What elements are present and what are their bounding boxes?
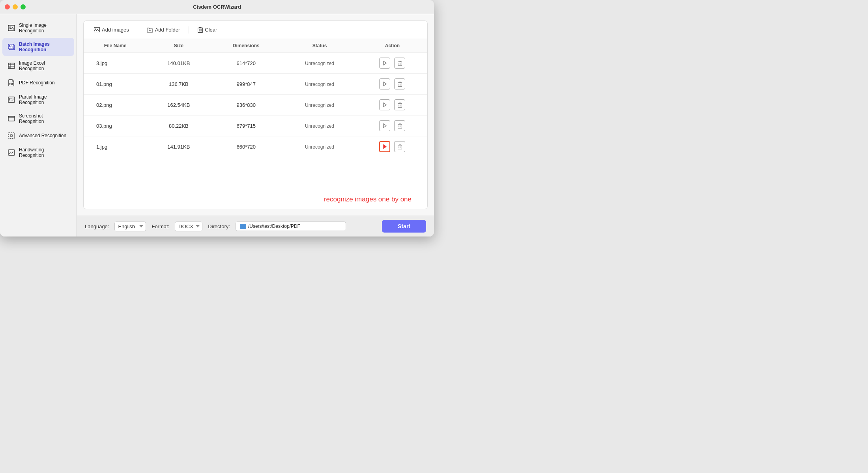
directory-label: Directory:	[208, 223, 230, 229]
delete-button[interactable]	[394, 141, 405, 152]
cell-size: 141.91KB	[147, 136, 210, 157]
image-excel-icon: X	[8, 62, 15, 69]
svg-point-1	[9, 26, 11, 28]
play-button[interactable]	[379, 58, 390, 69]
add-folder-button[interactable]: Add Folder	[143, 25, 184, 35]
directory-path: /Users/test/Desktop/PDF	[248, 223, 300, 229]
file-table: File Name Size Dimensions Status Action …	[84, 39, 427, 190]
svg-point-17	[10, 134, 13, 137]
partial-image-icon	[8, 96, 15, 103]
play-button[interactable]	[379, 120, 390, 131]
col-header-dimensions: Dimensions	[210, 39, 282, 53]
toolbar: Add images Add Folder	[84, 21, 427, 39]
folder-icon	[240, 224, 246, 229]
add-images-label: Add images	[102, 27, 129, 33]
single-image-icon	[8, 24, 15, 32]
svg-rect-0	[8, 25, 15, 31]
sidebar-label-image-excel: Image Excel Recognition	[19, 60, 69, 71]
svg-point-14	[9, 117, 9, 117]
pdf-icon: PDF	[8, 79, 15, 86]
sidebar-item-pdf[interactable]: PDF PDF Recognition	[2, 76, 74, 90]
cell-action	[357, 95, 427, 115]
table-row: 3.jpg140.01KB614*720Unrecognized	[84, 53, 427, 74]
col-header-filename: File Name	[84, 39, 147, 53]
cell-filename: 3.jpg	[84, 53, 147, 74]
delete-button[interactable]	[394, 120, 405, 131]
main-content: Add images Add Folder	[77, 14, 434, 236]
cell-filename: 02.png	[84, 95, 147, 115]
svg-point-20	[95, 28, 97, 30]
cell-status: Unrecognized	[282, 74, 357, 95]
cell-status: Unrecognized	[282, 95, 357, 115]
cell-size: 140.01KB	[147, 53, 210, 74]
minimize-button[interactable]	[13, 4, 18, 9]
toolbar-separator-2	[189, 26, 189, 34]
format-label: Format:	[152, 223, 169, 229]
cell-filename: 1.jpg	[84, 136, 147, 157]
col-header-status: Status	[282, 39, 357, 53]
sidebar-item-screenshot[interactable]: Screenshot Recognition	[2, 110, 74, 128]
screenshot-icon	[8, 115, 15, 122]
delete-button[interactable]	[394, 78, 405, 89]
sidebar-label-single-image: Single Image Recognition	[19, 22, 69, 34]
start-button[interactable]: Start	[382, 220, 426, 233]
cell-status: Unrecognized	[282, 136, 357, 157]
sidebar-label-batch-images: Batch Images Recognition	[19, 41, 69, 52]
cell-filename: 03.png	[84, 115, 147, 136]
svg-rect-16	[8, 133, 15, 138]
add-folder-label: Add Folder	[155, 27, 180, 33]
toolbar-separator-1	[138, 26, 138, 34]
svg-point-15	[10, 117, 11, 117]
clear-label: Clear	[205, 27, 217, 33]
bottom-bar: Language: English Chinese French Format:…	[77, 216, 434, 236]
table-row: 01.png136.7KB999*847Unrecognized	[84, 74, 427, 95]
sidebar-item-single-image[interactable]: Single Image Recognition	[2, 19, 74, 37]
sidebar-item-advanced[interactable]: Advanced Recognition	[2, 128, 74, 143]
window-title: Cisdem OCRWizard	[193, 4, 241, 10]
cell-status: Unrecognized	[282, 53, 357, 74]
svg-text:X: X	[9, 66, 11, 69]
title-bar: Cisdem OCRWizard	[0, 0, 434, 14]
sidebar-item-image-excel[interactable]: X Image Excel Recognition	[2, 57, 74, 75]
cell-size: 80.22KB	[147, 115, 210, 136]
maximize-button[interactable]	[21, 4, 26, 9]
cell-action	[357, 74, 427, 95]
window-controls	[5, 4, 26, 9]
table-row: 1.jpg141.91KB660*720Unrecognized	[84, 136, 427, 157]
svg-text:PDF: PDF	[9, 83, 14, 85]
play-button[interactable]	[379, 141, 390, 152]
cell-action	[357, 115, 427, 136]
clear-button[interactable]: Clear	[194, 25, 221, 35]
delete-button[interactable]	[394, 58, 405, 69]
cell-dimensions: 614*720	[210, 53, 282, 74]
sidebar: Single Image Recognition Batch Images Re…	[0, 14, 77, 236]
sidebar-label-partial-image: Partial Image Recognition	[19, 94, 69, 105]
cell-filename: 01.png	[84, 74, 147, 95]
sidebar-item-partial-image[interactable]: Partial Image Recognition	[2, 91, 74, 109]
sidebar-item-batch-images[interactable]: Batch Images Recognition	[2, 38, 74, 56]
close-button[interactable]	[5, 4, 10, 9]
sidebar-label-handwriting: Handwriting Recognition	[19, 147, 69, 158]
sidebar-item-handwriting[interactable]: Handwriting Recognition	[2, 143, 74, 162]
cell-status: Unrecognized	[282, 115, 357, 136]
batch-images-icon	[8, 43, 15, 50]
col-header-size: Size	[147, 39, 210, 53]
directory-field[interactable]: /Users/test/Desktop/PDF	[236, 222, 346, 231]
format-select[interactable]: DOCX PDF TXT XLSX	[175, 222, 202, 231]
sidebar-label-advanced: Advanced Recognition	[19, 133, 66, 138]
svg-point-4	[9, 45, 10, 46]
table-row: 02.png162.54KB936*830Unrecognized	[84, 95, 427, 115]
cell-action	[357, 53, 427, 74]
table-row: 03.png80.22KB679*715Unrecognized	[84, 115, 427, 136]
play-button[interactable]	[379, 99, 390, 110]
play-button[interactable]	[379, 78, 390, 89]
add-folder-icon	[147, 27, 153, 33]
cell-dimensions: 679*715	[210, 115, 282, 136]
sidebar-label-screenshot: Screenshot Recognition	[19, 113, 69, 124]
delete-button[interactable]	[394, 99, 405, 110]
add-images-button[interactable]: Add images	[90, 25, 133, 35]
language-select[interactable]: English Chinese French	[114, 222, 146, 231]
language-label: Language:	[85, 223, 109, 229]
cell-dimensions: 999*847	[210, 74, 282, 95]
svg-rect-12	[9, 98, 13, 101]
